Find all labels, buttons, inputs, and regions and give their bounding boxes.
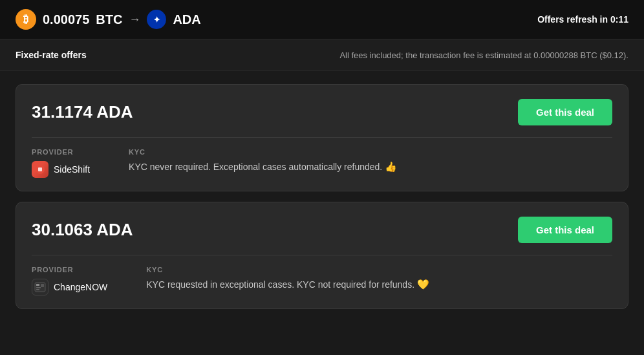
svg-rect-1 [38,167,42,171]
kyc-section-1: KYC KYC never required. Exceptional case… [129,148,397,178]
svg-rect-5 [36,289,39,290]
btc-currency: BTC [96,12,122,27]
provider-section-2: PROVIDER ChangeNOW [32,266,107,296]
provider-label-1: PROVIDER [32,148,90,156]
kyc-text-2: KYC requested in exceptional cases. KYC … [146,279,429,290]
get-deal-button-1[interactable]: Get this deal [518,99,612,125]
conversion-arrow: → [129,13,140,27]
provider-label-2: PROVIDER [32,266,107,274]
offer-amount-2: 30.1063 ADA [32,220,133,240]
provider-name-2: ChangeNOW [54,282,107,292]
offer-amount-1: 31.1174 ADA [32,102,133,122]
kyc-label-1: KYC [129,148,397,156]
sideshift-icon [32,161,48,178]
svg-rect-4 [36,287,41,288]
ada-currency: ADA [173,12,200,27]
kyc-emoji-1: 👍 [385,161,397,173]
provider-row-1: SideShift [32,161,90,178]
offer-divider-1 [32,137,612,138]
btc-amount: 0.00075 [43,12,89,27]
provider-row-2: ChangeNOW [32,279,107,296]
ada-icon-label: ✦ [153,15,160,25]
subheader: Fixed-rate offers All fees included; the… [0,39,644,71]
kyc-label-2: KYC [146,266,429,274]
kyc-description-1: KYC never required. Exceptional cases au… [129,162,382,172]
offer-top-2: 30.1063 ADA Get this deal [32,217,612,243]
offer-card-1: 31.1174 ADA Get this deal PROVIDER SideS… [16,84,628,191]
offer-top-1: 31.1174 ADA Get this deal [32,99,612,125]
refresh-timer: Offers refresh in 0:11 [537,14,628,25]
offer-card-2: 30.1063 ADA Get this deal PROVIDER [16,202,628,309]
svg-rect-6 [41,284,44,287]
btc-icon: ₿ [16,9,36,30]
svg-rect-3 [36,284,39,286]
fixed-rate-label: Fixed-rate offers [16,50,87,60]
refresh-prefix: Offers refresh in [537,14,610,25]
ada-icon: ✦ [147,10,166,29]
provider-name-1: SideShift [54,164,90,175]
fee-info: All fees included; the transaction fee i… [339,50,628,60]
kyc-text-1: KYC never required. Exceptional cases au… [129,161,397,173]
header: ₿ 0.00075 BTC → ✦ ADA Offers refresh in … [0,0,644,39]
conversion-pair: ₿ 0.00075 BTC → ✦ ADA [16,9,201,30]
offers-list: 31.1174 ADA Get this deal PROVIDER SideS… [0,71,644,322]
offer-divider-2 [32,255,612,255]
changenow-icon [32,279,48,296]
provider-section-1: PROVIDER SideShift [32,148,90,178]
refresh-time: 0:11 [610,14,628,25]
offer-details-2: PROVIDER ChangeNOW KYC [32,266,612,296]
btc-icon-label: ₿ [23,14,28,25]
kyc-description-2: KYC requested in exceptional cases. KYC … [146,279,414,290]
kyc-emoji-2: 💛 [417,279,429,290]
offer-details-1: PROVIDER SideShift KYC KYC never require… [32,148,612,178]
kyc-section-2: KYC KYC requested in exceptional cases. … [146,266,429,296]
get-deal-button-2[interactable]: Get this deal [518,217,612,243]
